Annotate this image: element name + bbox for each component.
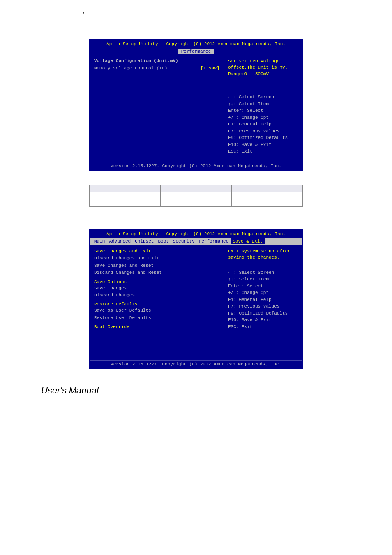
bios2-discard-changes-reset[interactable]: Discard Changes and Reset	[94, 270, 219, 276]
bios1-tab-performance[interactable]: Performance	[178, 49, 214, 54]
bios2-restore-defaults-label: Restore Defaults	[94, 302, 219, 307]
bios2-save-changes[interactable]: Save Changes	[94, 285, 219, 291]
bios-window-1: Aptio Setup Utility – Copyright (C) 2012…	[89, 39, 303, 171]
bios2-nav-save-exit[interactable]: Save & Exit	[231, 238, 265, 244]
bios1-section-title: Voltage Configuration (Unit:mV)	[94, 58, 219, 63]
bios2-group-2: Save Options Save Changes Discard Change…	[94, 280, 219, 299]
bios1-left-panel: Voltage Configuration (Unit:mV) Memory V…	[90, 55, 224, 162]
table-cell-2-3	[232, 192, 303, 207]
bios1-footer: Version 2.15.1227. Copyright (C) 2012 Am…	[90, 162, 302, 170]
key-help-line-2: ↑↓: Select Item	[228, 101, 298, 108]
bios2-right-panel: Exit system setup after saving the chang…	[224, 245, 302, 360]
bios-window-2: Aptio Setup Utility – Copyright (C) 2012…	[89, 229, 303, 369]
bios2-nav-performance[interactable]: Performance	[197, 238, 231, 244]
bios2-key-help-line-5: F1: General Help	[228, 296, 298, 303]
key-help-line-7: F9: Optimized Defaults	[228, 134, 298, 141]
bios2-save-user-defaults[interactable]: Save as User Defaults	[94, 308, 219, 314]
bios1-help-text: Set set CPU voltage offset.The unit is m…	[228, 58, 298, 77]
bios2-title: Aptio Setup Utility – Copyright (C) 2012…	[90, 230, 302, 238]
key-help-line-8: F10: Save & Exit	[228, 141, 298, 148]
bios1-body: Voltage Configuration (Unit:mV) Memory V…	[90, 55, 302, 162]
bios2-group-1: Save Changes and Exit Discard Changes an…	[94, 248, 219, 276]
bios2-key-help-line-4: +/-: Change Opt.	[228, 289, 298, 296]
bios2-restore-user-defaults[interactable]: Restore User Defaults	[94, 315, 219, 321]
bios2-key-help-line-8: F10: Save & Exit	[228, 317, 298, 324]
comma-mark: ,	[16, 8, 376, 15]
key-help-line-6: F7: Previous Values	[228, 128, 298, 135]
bios2-footer: Version 2.15.1227. Copyright (C) 2012 Am…	[90, 360, 302, 368]
table-cell-1-1	[90, 185, 161, 192]
key-help-line-1: ←→: Select Screen	[228, 94, 298, 101]
bios1-memory-voltage-item: Memory Voltage Control (IO) [1.50v]	[94, 66, 219, 71]
bios2-key-help-line-7: F9: Optimized Defaults	[228, 310, 298, 317]
bios2-body: Save Changes and Exit Discard Changes an…	[90, 245, 302, 360]
bios2-save-options-label: Save Options	[94, 280, 219, 284]
page-container: , Aptio Setup Utility – Copyright (C) 20…	[0, 0, 392, 555]
bios2-nav-security[interactable]: Security	[171, 238, 197, 244]
bios2-key-help-line-3: Enter: Select	[228, 283, 298, 290]
bios1-right-panel: Set set CPU voltage offset.The unit is m…	[224, 55, 302, 162]
bios2-group-3: Restore Defaults Save as User Defaults R…	[94, 302, 219, 321]
table-cell-2-1	[90, 192, 161, 207]
bios2-key-help: ←→: Select Screen ↑↓: Select Item Enter:…	[228, 269, 298, 331]
bios2-save-changes-exit[interactable]: Save Changes and Exit	[94, 248, 219, 254]
bios2-help-text: Exit system setup after saving the chang…	[228, 248, 298, 261]
key-help-line-3: Enter: Select	[228, 107, 298, 114]
bios2-key-help-line-6: F7: Previous Values	[228, 303, 298, 310]
bios2-discard-changes-exit[interactable]: Discard Changes and Exit	[94, 255, 219, 261]
bios2-key-help-line-1: ←→: Select Screen	[228, 269, 298, 276]
table-cell-2-2	[161, 192, 232, 207]
bios2-nav-bar: Main Advanced Chipset Boot Security Perf…	[90, 238, 302, 245]
bios2-nav-advanced[interactable]: Advanced	[107, 238, 133, 244]
bios2-save-changes-reset[interactable]: Save Changes and Reset	[94, 263, 219, 269]
table-section	[89, 185, 303, 207]
bios2-key-help-line-2: ↑↓: Select Item	[228, 276, 298, 283]
bios2-left-panel: Save Changes and Exit Discard Changes an…	[90, 245, 224, 360]
table-row-1	[90, 185, 303, 192]
bios2-group-4: Boot Override	[94, 324, 219, 329]
bios2-nav-main[interactable]: Main	[92, 238, 107, 244]
bios1-memory-voltage-value[interactable]: [1.50v]	[201, 66, 219, 71]
key-help-line-4: +/-: Change Opt.	[228, 114, 298, 121]
bios1-tab-bar: Performance	[90, 48, 302, 55]
key-help-line-5: F1: General Help	[228, 121, 298, 128]
users-manual: User's Manual	[16, 385, 376, 396]
bios2-key-help-line-9: ESC: Exit	[228, 324, 298, 331]
table-cell-1-2	[161, 185, 232, 192]
table-row-2	[90, 192, 303, 207]
bios2-nav-boot[interactable]: Boot	[156, 238, 171, 244]
table-cell-1-3	[232, 185, 303, 192]
bios2-nav-chipset[interactable]: Chipset	[133, 238, 156, 244]
bios1-key-help: ←→: Select Screen ↑↓: Select Item Enter:…	[228, 94, 298, 155]
bios1-memory-voltage-label: Memory Voltage Control (IO)	[94, 66, 167, 71]
bios2-discard-changes[interactable]: Discard Changes	[94, 292, 219, 298]
key-help-line-9: ESC: Exit	[228, 148, 298, 155]
bios2-boot-override-label: Boot Override	[94, 324, 219, 329]
bios1-title: Aptio Setup Utility – Copyright (C) 2012…	[90, 40, 302, 48]
